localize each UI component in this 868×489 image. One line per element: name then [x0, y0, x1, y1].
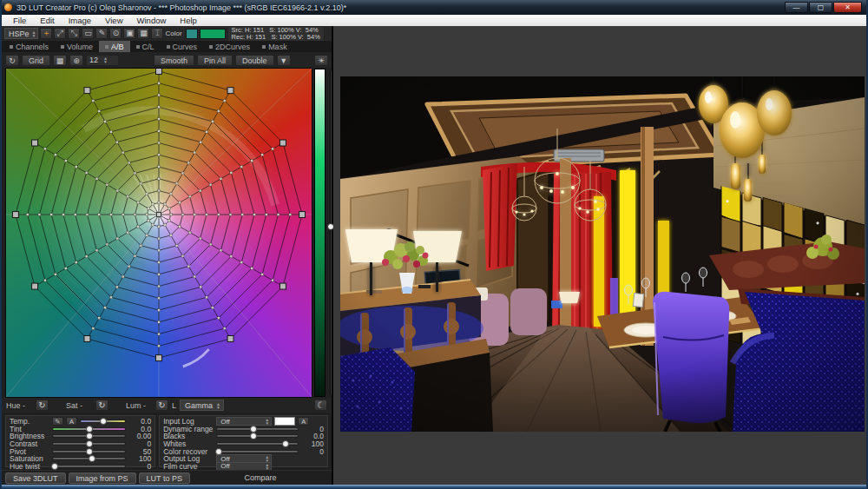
menu-item-window[interactable]: Window — [130, 16, 174, 25]
gamma-dropdown[interactable]: Gamma ▲▼ — [180, 400, 224, 411]
dropdown-icon[interactable]: ▼ — [277, 55, 291, 66]
tab-bullet-icon — [262, 45, 266, 49]
slider-track-contrast[interactable] — [52, 442, 126, 446]
slider-track-pivot[interactable] — [52, 450, 126, 453]
sat-label: Sat - — [66, 401, 92, 410]
menubar: FileEditImageViewWindowHelp — [2, 15, 866, 26]
grid-size-stepper[interactable]: 12 ▲▼ — [86, 55, 119, 66]
grid-view-icon[interactable]: ▦ — [53, 55, 67, 66]
source-color-swatch[interactable] — [186, 29, 198, 39]
compare-label[interactable]: Compare — [193, 473, 328, 482]
slider-track-dynamic-range[interactable] — [216, 427, 299, 431]
slider-handle[interactable] — [86, 426, 93, 433]
hue-label: Hue - — [6, 401, 32, 410]
contract-tool-icon[interactable]: ⤡ — [68, 28, 80, 39]
gamma-spinner[interactable]: ▲▼ — [216, 402, 220, 409]
slider-handle[interactable] — [86, 440, 93, 447]
mode-select-value: HSPe — [9, 30, 30, 38]
menu-item-image[interactable]: Image — [62, 16, 98, 25]
hue-reset-icon[interactable]: ↻ — [36, 400, 49, 411]
mode-select-spinner[interactable]: ▲▼ — [32, 30, 36, 37]
grid-size-spinner[interactable]: ▲▼ — [103, 56, 108, 63]
lum-reset-icon[interactable]: ↻ — [155, 400, 168, 411]
sliders-zone: Temp.✎A0.0Tint0.0Brightness0.00Contrast0… — [2, 413, 332, 470]
slider-handle[interactable] — [89, 455, 95, 462]
smooth-button[interactable]: Smooth — [154, 55, 194, 66]
slider-handle[interactable] — [86, 448, 93, 455]
reset-icon[interactable]: ↻ — [5, 55, 19, 66]
tab-curves[interactable]: Curves — [161, 41, 204, 52]
expand-tool-icon[interactable]: ⤢ — [54, 28, 66, 39]
tab-bullet-icon — [209, 45, 213, 49]
slider-handle[interactable] — [250, 433, 257, 439]
sat-reset-icon[interactable]: ↻ — [95, 400, 108, 411]
menu-item-help[interactable]: Help — [173, 16, 204, 25]
minimize-button[interactable]: — — [785, 2, 808, 13]
slider-track-whites[interactable] — [216, 442, 299, 446]
image-from-ps-button[interactable]: Image from PS — [69, 472, 136, 484]
gamma-value: Gamma — [185, 401, 213, 410]
picker-tool-icon[interactable]: ✎ — [95, 28, 108, 39]
app-window: 3D LUT Creator Pro (c) Oleg Sharonov - *… — [0, 0, 868, 489]
slider-handle[interactable] — [86, 433, 93, 439]
slider-row-hue-twist: Hue twist0 — [10, 463, 151, 471]
slider-track-blacks[interactable] — [216, 434, 299, 438]
slider-track-color-recover[interactable] — [216, 450, 299, 453]
tab-volume[interactable]: Volume — [55, 41, 99, 52]
slider-row-film-curve: Film curveOff▲▼ — [163, 463, 324, 471]
color-label: Color — [165, 30, 181, 37]
grid-controls: ↻ Grid ▦ ⊛ 12 ▲▼ Smooth Pin All Double ▼… — [2, 52, 332, 68]
double-button[interactable]: Double — [235, 55, 274, 66]
close-button[interactable]: ✕ — [833, 2, 862, 13]
result-color-swatch[interactable] — [200, 29, 226, 39]
wheel-grid-overlay — [6, 69, 312, 397]
sun-icon[interactable]: ☀ — [314, 55, 328, 66]
tab-bullet-icon — [136, 45, 140, 49]
slider-handle[interactable] — [215, 448, 222, 455]
menu-item-file[interactable]: File — [6, 16, 33, 25]
color-wheel-editor[interactable] — [5, 68, 312, 398]
restaurant-photo[interactable] — [340, 76, 865, 432]
lum-label: Lum - — [126, 401, 152, 410]
slider-handle[interactable] — [51, 463, 58, 470]
lut-to-ps-button[interactable]: LUT to PS — [139, 472, 190, 484]
adjust-row: Hue - ↻ Sat - ↻ Lum - ↻ L Gamma ▲▼ ☾ — [2, 398, 332, 413]
window-title: 3D LUT Creator Pro (c) Oleg Sharonov - *… — [16, 3, 780, 12]
zoom-tool-icon[interactable]: ⊙ — [109, 28, 122, 39]
slider-track-tint[interactable] — [52, 427, 126, 431]
mode-select[interactable]: HSPe ▲▼ — [4, 28, 38, 39]
tab-a-b[interactable]: A/B — [99, 41, 130, 52]
menu-item-view[interactable]: View — [98, 16, 129, 25]
luminance-gradient-bar[interactable] — [314, 69, 326, 397]
slider-track-temp-[interactable] — [80, 420, 126, 423]
toolbar: HSPe ▲▼ ＋ ⤢ ⤡ ▭ ✎ ⊙ ▣ ▦ ⌶ Color Src: H: … — [2, 26, 332, 41]
tab-mask[interactable]: Mask — [256, 41, 293, 52]
titlebar: 3D LUT Creator Pro (c) Oleg Sharonov - *… — [2, 0, 866, 15]
tab-bullet-icon — [61, 45, 64, 49]
grid-button[interactable]: Grid — [22, 55, 50, 66]
slider-handle[interactable] — [250, 426, 257, 433]
grid-tool-icon[interactable]: ▦ — [137, 28, 149, 39]
move-tool-icon[interactable]: ＋ — [40, 28, 52, 39]
slider-handle[interactable] — [282, 440, 289, 447]
pin-all-button[interactable]: Pin All — [197, 55, 233, 66]
tab-channels[interactable]: Channels — [3, 41, 55, 52]
menu-item-edit[interactable]: Edit — [33, 16, 61, 25]
moon-icon[interactable]: ☾ — [314, 400, 327, 411]
tab-c-l[interactable]: C/L — [130, 41, 161, 52]
frame-tool-icon[interactable]: ▣ — [123, 28, 135, 39]
maximize-button[interactable]: ▢ — [809, 2, 832, 13]
slider-track-saturation[interactable] — [52, 457, 126, 460]
wheel-view-icon[interactable]: ⊛ — [69, 55, 83, 66]
slider-track-brightness[interactable] — [52, 434, 126, 438]
tab-bar: ChannelsVolumeA/BC/LCurves2DCurvesMask — [2, 41, 332, 52]
levels-tool-icon[interactable]: ⌶ — [151, 28, 163, 39]
footer-bar: Save 3DLUTImage from PSLUT to PS Compare — [2, 470, 332, 485]
image-preview-pane — [333, 26, 866, 485]
tab-2dcurves[interactable]: 2DCurves — [203, 41, 256, 52]
slider-track-hue-twist[interactable] — [52, 465, 126, 468]
save-3dlut-button[interactable]: Save 3DLUT — [5, 472, 66, 484]
slider-handle[interactable] — [100, 418, 107, 425]
log-adjustments-panel: Input LogOff▲▼ADynamic range0Blacks0.0Wh… — [159, 415, 328, 467]
marquee-tool-icon[interactable]: ▭ — [82, 28, 94, 39]
